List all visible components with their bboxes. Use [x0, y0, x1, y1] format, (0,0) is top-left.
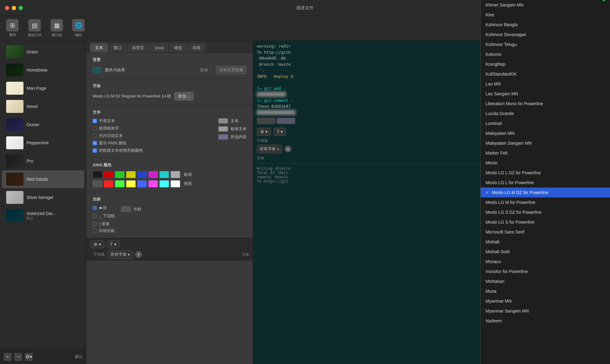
toolbar-item-profile[interactable]: ▤ 描述文件	[28, 19, 41, 37]
font-list-item[interactable]: Malayalam Sangam MN	[481, 138, 610, 148]
tab-keyboard[interactable]: 键盘	[169, 43, 187, 52]
font-list-item[interactable]: ✓Meslo LG M DZ for Powerline	[481, 188, 610, 197]
sidebar-item-grass[interactable]: Grass	[2, 43, 84, 61]
terminal-bottom-T[interactable]: T ▾	[274, 128, 286, 136]
add-font-bottom[interactable]: +	[285, 146, 291, 152]
change-font-button[interactable]: 更改...	[174, 92, 194, 101]
ansi-std-5[interactable]	[148, 171, 158, 178]
font-list-item[interactable]: Marker Felt	[481, 148, 610, 158]
font-list-item[interactable]: KufiStandardGK	[481, 69, 610, 79]
ansi-std-2[interactable]	[115, 171, 125, 178]
cursor-bar-radio[interactable]	[93, 222, 97, 226]
sidebar-item-ocean[interactable]: Ocean	[2, 116, 84, 134]
font-list-item[interactable]: monofur for Powerline	[481, 267, 610, 276]
checkbox-blink-box[interactable]	[93, 134, 97, 138]
tabs-bar: 文本 窗口 标签页 Shell 键盘 高级	[86, 41, 253, 53]
font-list-item[interactable]: Microsoft Sans Serif	[481, 227, 610, 237]
ansi-brt-6[interactable]	[159, 180, 169, 188]
font-list-item[interactable]: Meslo LG L DZ for Powerline	[481, 168, 610, 178]
gear-profile-button[interactable]: ⚙ ▾	[25, 353, 33, 361]
thumb-silveraerogel	[6, 191, 23, 204]
toolbar-item-windowgroup[interactable]: ▦ 窗口组	[51, 19, 63, 37]
font-list-item[interactable]: Lao MN	[481, 79, 610, 89]
blink-checkbox[interactable]	[93, 229, 97, 233]
font-list-item[interactable]: Lucida Grande	[481, 109, 610, 118]
font-list-item[interactable]: Muna	[481, 286, 610, 296]
font-list-item[interactable]: Mishafi Gold	[481, 247, 610, 257]
terminal-color-picker2[interactable]	[277, 118, 295, 124]
sidebar-item-solarizeddark[interactable]: Solarized Dar... 默认	[2, 207, 84, 225]
terminal-color-picker[interactable]	[257, 118, 275, 124]
toolbar-item-coding[interactable]: 🌐 编码	[72, 19, 85, 37]
ansi-std-6[interactable]	[159, 171, 169, 178]
sidebar-item-homebrew[interactable]: Homebrew	[2, 61, 84, 79]
font-list-item[interactable]: Meslo LG S DZ for Powerline	[481, 207, 610, 217]
ansi-std-7[interactable]	[170, 171, 180, 178]
text-color-swatch[interactable]	[218, 118, 228, 124]
toolbar-item-general[interactable]: ⊞ 通用	[6, 19, 19, 37]
font-list-item[interactable]: Malayalam MN	[481, 128, 610, 138]
ansi-std-4[interactable]	[137, 171, 147, 178]
font-list-item[interactable]: Nadeem	[481, 316, 610, 326]
tab-shell[interactable]: Shell	[150, 43, 169, 52]
terminal-T-button[interactable]: T ▾	[107, 240, 120, 248]
ansi-brt-1[interactable]	[104, 180, 114, 188]
sidebar-label-ocean: Ocean	[27, 122, 39, 127]
font-list-item[interactable]: Menlo	[481, 158, 610, 168]
font-list-item[interactable]: Monaco	[481, 257, 610, 267]
tab-tabpage[interactable]: 标签页	[127, 43, 149, 52]
font-list-item[interactable]: Krungthep	[481, 59, 610, 69]
add-font-set-button[interactable]: +	[135, 251, 142, 258]
font-list-item[interactable]: Mishafi	[481, 237, 610, 247]
no-image-button[interactable]: 没有背景图像	[216, 66, 247, 74]
ansi-brt-4[interactable]	[137, 180, 147, 188]
tab-text[interactable]: 文本	[90, 43, 108, 52]
sidebar-item-pro[interactable]: Pro	[2, 152, 84, 170]
checkbox-ansi-box[interactable]	[93, 141, 97, 145]
font-list-item[interactable]: Meslo LG L for Powerline	[481, 178, 610, 188]
cursor-block-radio[interactable]	[93, 206, 97, 210]
checkbox-bold-box[interactable]	[93, 126, 97, 130]
cursor-color-swatch[interactable]	[121, 206, 131, 212]
add-profile-button[interactable]: +	[4, 353, 12, 361]
font-list-item[interactable]: Kohinoor Telugu	[481, 41, 610, 49]
ansi-brt-0[interactable]	[93, 180, 102, 188]
ansi-brt-3[interactable]	[126, 180, 136, 188]
ansi-std-1[interactable]	[104, 171, 114, 178]
sidebar-item-redsands[interactable]: Red Sands	[2, 170, 84, 188]
font-list-item[interactable]: Luminari	[481, 118, 610, 128]
ansi-brt-2[interactable]	[115, 180, 125, 188]
checkbox-smooth-box[interactable]	[93, 119, 97, 123]
terminal-gear-button[interactable]: ⚙ ▾	[90, 240, 104, 248]
minimize-button[interactable]	[12, 6, 16, 10]
cursor-underline-radio[interactable]	[93, 214, 97, 218]
background-color-swatch[interactable]	[93, 67, 101, 73]
ansi-std-3[interactable]	[126, 171, 136, 178]
remove-profile-button[interactable]: −	[14, 353, 22, 361]
selection-color-swatch[interactable]	[218, 134, 228, 140]
font-list-item[interactable]: Meslo LG M for Powerline	[481, 197, 610, 207]
font-list-item[interactable]: Mshtakan	[481, 276, 610, 286]
terminal-bottom-gear[interactable]: ⚙ ▾	[257, 128, 271, 136]
font-list-item[interactable]: Myanmar Sangam MN	[481, 306, 610, 316]
ansi-brt-7[interactable]	[170, 180, 180, 188]
ansi-brt-5[interactable]	[148, 180, 158, 188]
all-fonts-dropdown[interactable]: 所有字体 ▾	[108, 250, 133, 259]
tab-window[interactable]: 窗口	[109, 43, 127, 52]
sidebar-item-peppermint[interactable]: Peppermint	[2, 134, 84, 152]
bold-color-swatch[interactable]	[218, 126, 228, 132]
checkbox-bright-box[interactable]	[93, 148, 97, 153]
sidebar-item-silveraerogel[interactable]: Silver Aerogel	[2, 188, 84, 206]
tab-advanced[interactable]: 高级	[188, 43, 206, 52]
close-button[interactable]	[5, 6, 9, 10]
maximize-button[interactable]	[19, 6, 23, 10]
font-list-item[interactable]: Meslo LG S for Powerline	[481, 217, 610, 227]
font-list-item[interactable]: Myanmar MN	[481, 296, 610, 306]
font-list-item[interactable]: Kokonor	[481, 49, 610, 59]
font-list-item[interactable]: Liberation Mono for Powerline	[481, 99, 610, 109]
sidebar-item-novel[interactable]: Novel	[2, 97, 84, 115]
sidebar-item-manpage[interactable]: Man Page	[2, 79, 84, 97]
font-dropdown-bottom[interactable]: 所有字体 ▾	[257, 145, 282, 153]
ansi-std-0[interactable]	[93, 171, 102, 178]
font-list-item[interactable]: Lao Sangam MN	[481, 89, 610, 99]
